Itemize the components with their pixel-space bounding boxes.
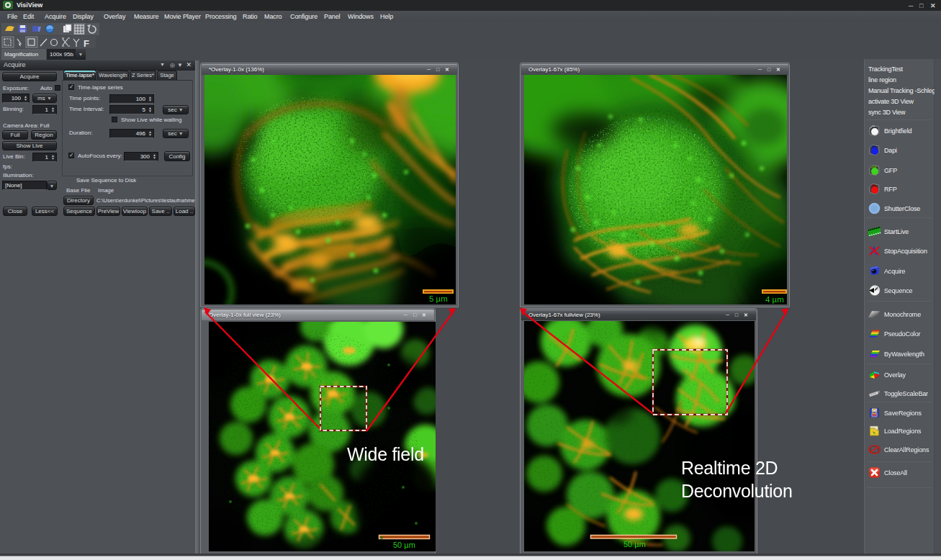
svg-text:50 µm: 50 µm — [623, 540, 646, 548]
svg-text:5 µm: 5 µm — [429, 294, 448, 303]
svg-text:50 µm: 50 µm — [393, 541, 415, 549]
svg-text:F: F — [84, 38, 89, 49]
svg-text:4 µm: 4 µm — [765, 295, 784, 304]
